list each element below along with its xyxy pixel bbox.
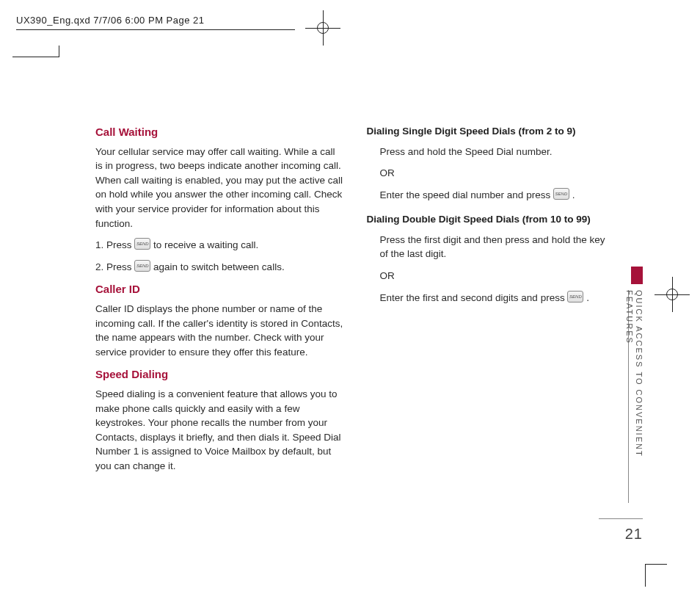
send-key-icon: SEND bbox=[567, 291, 583, 303]
side-tab-marker bbox=[631, 267, 643, 284]
print-header-stamp: UX390_Eng.qxd 7/7/06 6:00 PM Page 21 bbox=[16, 15, 205, 26]
text: Enter the first and second digits and pr… bbox=[380, 292, 568, 303]
text: Enter the speed dial number and press bbox=[380, 189, 553, 200]
side-section-label: QUICK ACCESS TO CONVENIENT FEATURES bbox=[632, 290, 644, 496]
page-number-rule bbox=[599, 518, 643, 519]
right-column: Dialing Single Digit Speed Dials (from 2… bbox=[367, 124, 615, 563]
body-text: Enter the first and second digits and pr… bbox=[380, 291, 615, 305]
send-key-icon: SEND bbox=[134, 238, 150, 250]
subheading-double-digit: Dialing Double Digit Speed Dials (from 1… bbox=[367, 212, 615, 227]
text: to receive a waiting call. bbox=[150, 239, 258, 250]
crop-mark bbox=[645, 564, 667, 565]
registration-mark bbox=[666, 289, 678, 300]
step-2: 2. Press SEND again to switch between ca… bbox=[95, 260, 343, 275]
body-text: Your cellular service may offer call wai… bbox=[95, 145, 343, 231]
body-text: Enter the speed dial number and press SE… bbox=[380, 188, 615, 203]
body-text: Press the first digit and then press and… bbox=[380, 233, 615, 261]
left-column: Call Waiting Your cellular service may o… bbox=[95, 124, 343, 563]
body-text: Press and hold the Speed Dial number. bbox=[380, 145, 615, 159]
text: . bbox=[569, 189, 575, 200]
crop-mark bbox=[12, 57, 59, 57]
text: again to switch between calls. bbox=[150, 261, 284, 272]
step-1: 1. Press SEND to receive a waiting call. bbox=[95, 238, 343, 253]
page-number: 21 bbox=[625, 526, 643, 543]
text: . bbox=[583, 292, 589, 303]
crop-mark bbox=[645, 565, 646, 587]
page-content: Call Waiting Your cellular service may o… bbox=[59, 57, 644, 563]
heading-speed-dialing: Speed Dialing bbox=[95, 366, 343, 383]
registration-mark bbox=[317, 22, 329, 34]
text: 2. Press bbox=[95, 261, 134, 272]
crop-mark bbox=[59, 46, 59, 57]
subheading-single-digit: Dialing Single Digit Speed Dials (from 2… bbox=[367, 124, 615, 139]
print-header-rule bbox=[16, 29, 295, 30]
heading-caller-id: Caller ID bbox=[95, 281, 343, 297]
send-key-icon: SEND bbox=[134, 260, 150, 272]
body-text: Caller ID displays the phone number or n… bbox=[95, 302, 343, 359]
or-text: OR bbox=[380, 269, 615, 283]
body-text: Speed dialing is a convenient feature th… bbox=[95, 387, 343, 473]
send-key-icon: SEND bbox=[553, 188, 569, 200]
text: 1. Press bbox=[95, 239, 134, 250]
or-text: OR bbox=[380, 166, 615, 181]
heading-call-waiting: Call Waiting bbox=[95, 124, 343, 140]
